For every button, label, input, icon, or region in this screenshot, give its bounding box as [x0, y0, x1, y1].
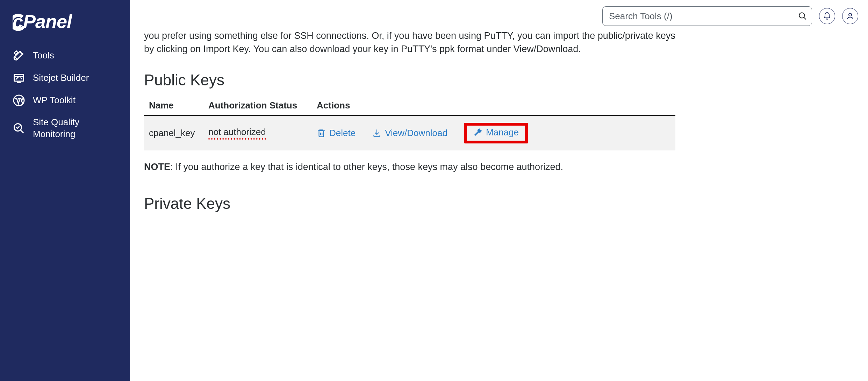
manage-label: Manage — [486, 127, 519, 138]
note-body: : If you authorize a key that is identic… — [170, 162, 563, 172]
svg-point-7 — [849, 13, 852, 16]
svg-rect-3 — [14, 75, 24, 82]
view-download-link[interactable]: View/Download — [372, 128, 447, 139]
manage-link[interactable]: Manage — [473, 127, 519, 138]
key-actions-cell: Delete View/Download Manage — [312, 115, 675, 151]
search-input[interactable] — [602, 6, 812, 26]
search-wrap — [602, 6, 812, 26]
sidebar-item-label: Sitejet Builder — [33, 72, 89, 84]
user-icon — [846, 12, 854, 20]
note-label: NOTE — [144, 162, 170, 172]
col-auth: Authorization Status — [203, 96, 312, 115]
sidebar-item-wp-toolkit[interactable]: WP Toolkit — [0, 89, 130, 112]
content: you prefer using something else for SSH … — [130, 29, 689, 233]
auth-status-text: not authorized — [208, 127, 266, 140]
col-actions: Actions — [312, 96, 675, 115]
sitejet-icon — [13, 72, 25, 84]
intro-text: you prefer using something else for SSH … — [144, 29, 675, 56]
public-keys-heading: Public Keys — [144, 71, 675, 89]
bell-icon — [823, 12, 831, 20]
account-button[interactable] — [842, 8, 858, 24]
public-keys-table: Name Authorization Status Actions cpanel… — [144, 96, 675, 151]
view-download-label: View/Download — [385, 128, 447, 139]
delete-label: Delete — [329, 128, 356, 139]
delete-link[interactable]: Delete — [317, 128, 356, 139]
svg-point-6 — [799, 13, 804, 18]
tools-icon — [13, 49, 25, 62]
note-text: NOTE: If you authorize a key that is ide… — [144, 160, 675, 174]
main: you prefer using something else for SSH … — [130, 0, 868, 381]
key-auth-cell: not authorized — [203, 115, 312, 151]
sidebar-item-sitejet[interactable]: Sitejet Builder — [0, 67, 130, 89]
private-keys-heading: Private Keys — [144, 195, 675, 212]
svg-text:Panel: Panel — [23, 13, 72, 32]
magnify-check-icon — [13, 122, 25, 135]
sidebar-nav: Tools Sitejet Builder WP Toolkit Site Qu… — [0, 44, 130, 145]
sidebar-item-label: Tools — [33, 50, 54, 62]
table-row: cpanel_key not authorized Delete — [144, 115, 675, 151]
key-name-cell: cpanel_key — [144, 115, 203, 151]
download-icon — [372, 128, 381, 137]
brand-logo: c Panel — [0, 13, 130, 44]
manage-highlight: Manage — [464, 123, 528, 144]
notifications-button[interactable] — [819, 8, 835, 24]
wrench-icon — [473, 128, 482, 137]
sidebar: c Panel Tools Sitejet Builder — [0, 0, 130, 381]
wordpress-icon — [13, 94, 25, 107]
sidebar-item-tools[interactable]: Tools — [0, 44, 130, 67]
sidebar-item-label: WP Toolkit — [33, 94, 76, 106]
topbar — [130, 0, 868, 29]
trash-icon — [317, 128, 326, 137]
sidebar-item-label: Site Quality Monitoring — [33, 117, 117, 140]
search-icon[interactable] — [798, 12, 807, 21]
col-name: Name — [144, 96, 203, 115]
sidebar-item-site-quality[interactable]: Site Quality Monitoring — [0, 112, 130, 145]
